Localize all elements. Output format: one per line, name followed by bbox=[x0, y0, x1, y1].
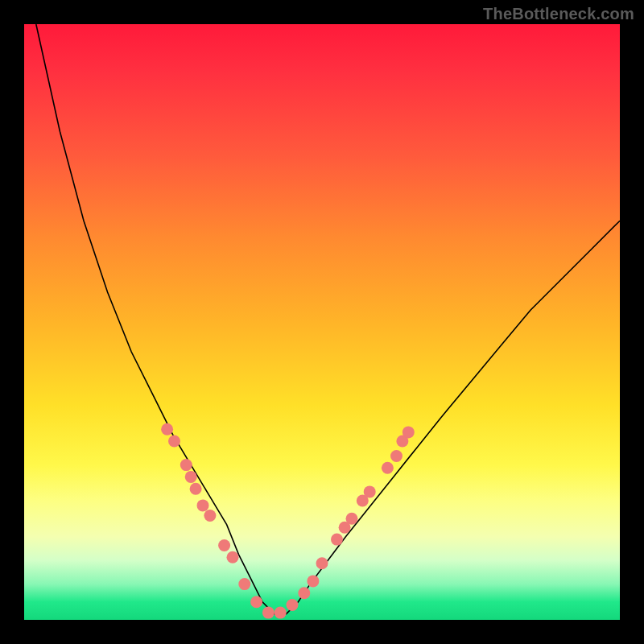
data-point bbox=[331, 534, 343, 546]
data-point bbox=[180, 459, 192, 471]
data-point bbox=[227, 551, 239, 564]
data-point bbox=[190, 483, 202, 495]
data-point bbox=[197, 499, 209, 511]
data-point bbox=[185, 471, 197, 483]
data-point bbox=[364, 485, 376, 497]
data-point bbox=[402, 426, 415, 438]
bottleneck-curve bbox=[36, 24, 620, 614]
data-point bbox=[307, 575, 319, 587]
data-point bbox=[250, 596, 262, 608]
data-point bbox=[390, 450, 402, 462]
chart-svg bbox=[24, 24, 620, 620]
data-point bbox=[238, 578, 250, 590]
data-point bbox=[287, 599, 299, 611]
data-point bbox=[218, 539, 230, 551]
data-point bbox=[316, 557, 328, 569]
data-points-group bbox=[161, 423, 415, 619]
data-point bbox=[204, 510, 216, 522]
data-point bbox=[161, 423, 173, 436]
chart-plot-area bbox=[24, 24, 620, 620]
attribution-text: TheBottleneck.com bbox=[483, 5, 634, 23]
data-point bbox=[168, 436, 180, 448]
data-point bbox=[298, 587, 310, 599]
data-point bbox=[346, 513, 358, 525]
data-point bbox=[262, 607, 275, 619]
data-point bbox=[382, 462, 394, 474]
data-point bbox=[275, 607, 287, 619]
